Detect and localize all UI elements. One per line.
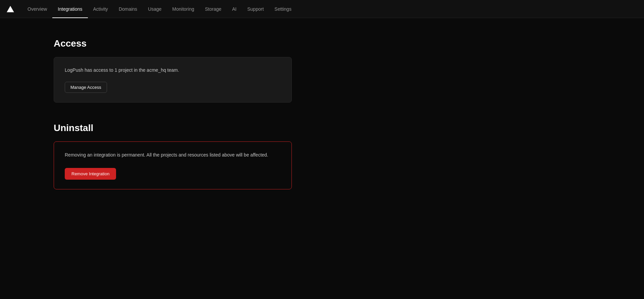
manage-access-button[interactable]: Manage Access [65,82,107,93]
main-content: Access LogPush has access to 1 project i… [0,18,402,210]
nav-item-domains[interactable]: Domains [113,0,143,18]
nav-item-support[interactable]: Support [242,0,269,18]
nav-item-overview[interactable]: Overview [22,0,52,18]
uninstall-description: Removing an integration is permanent. Al… [65,151,281,159]
nav-item-integrations[interactable]: Integrations [52,0,88,18]
nav-item-storage[interactable]: Storage [200,0,227,18]
nav-item-ai[interactable]: AI [227,0,242,18]
access-description: LogPush has access to 1 project in the a… [65,67,281,74]
vercel-logo-icon [7,5,14,13]
access-title: Access [54,38,349,49]
uninstall-card: Removing an integration is permanent. Al… [54,141,292,189]
remove-integration-button[interactable]: Remove Integration [65,168,116,180]
nav-item-activity[interactable]: Activity [88,0,113,18]
logo[interactable] [7,5,14,13]
access-card: LogPush has access to 1 project in the a… [54,57,292,103]
nav-menu: Overview Integrations Activity Domains U… [22,0,297,18]
uninstall-title: Uninstall [54,123,349,133]
access-section: Access LogPush has access to 1 project i… [54,38,349,103]
nav-item-usage[interactable]: Usage [143,0,167,18]
navbar: Overview Integrations Activity Domains U… [0,0,644,18]
nav-item-monitoring[interactable]: Monitoring [167,0,200,18]
nav-item-settings[interactable]: Settings [269,0,297,18]
uninstall-section: Uninstall Removing an integration is per… [54,123,349,189]
